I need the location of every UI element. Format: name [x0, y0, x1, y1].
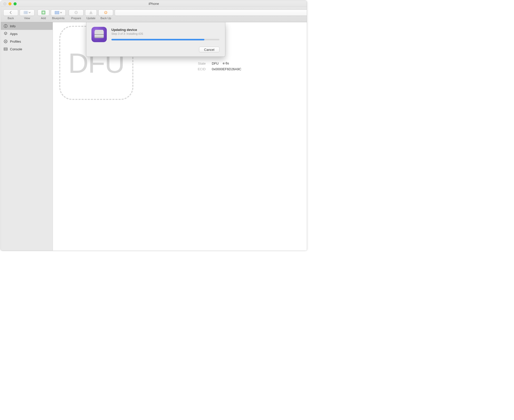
upload-icon [104, 11, 108, 14]
sidebar-item-label: Apps [10, 32, 18, 36]
backup-label: Back Up [100, 17, 111, 20]
sidebar-item-label: Console [10, 47, 22, 51]
gear-icon [74, 10, 78, 15]
update-label: Update [86, 17, 95, 20]
detail-key: ECID [196, 67, 209, 71]
cancel-button[interactable]: Cancel [199, 47, 219, 52]
update-button[interactable] [85, 9, 97, 16]
svg-point-30 [5, 41, 6, 42]
device-details: State DFU ECID 0x0000EF6D26A9C [196, 61, 241, 72]
view-label: View [24, 17, 30, 20]
download-icon [89, 11, 93, 14]
grid-icon [24, 11, 31, 14]
sidebar-item-console[interactable]: Console [1, 45, 53, 53]
app-window: iPhone Back View [1, 1, 307, 251]
sidebar-item-info[interactable]: Info [1, 22, 53, 30]
content-area: DFU e 6s State DFU ECID 0x0000EF6D26A9C [53, 22, 307, 251]
sidebar-item-apps[interactable]: Apps [1, 30, 53, 38]
progress-dialog: Updating device Step 3 of 3: Installing … [86, 22, 225, 57]
minimize-window-button[interactable] [8, 2, 11, 5]
detail-row: ECID 0x0000EF6D26A9C [196, 66, 241, 72]
apps-icon [3, 31, 8, 36]
profiles-icon [3, 39, 8, 44]
zoom-window-button[interactable] [14, 2, 17, 5]
sidebar-item-label: Info [10, 24, 16, 28]
view-button[interactable] [20, 9, 34, 16]
window-title: iPhone [1, 2, 307, 6]
back-button[interactable] [3, 9, 18, 16]
configurator-app-icon [91, 27, 107, 42]
blueprints-label: Blueprints [52, 17, 65, 20]
body: Info Apps Profiles Console [1, 22, 307, 251]
close-window-button[interactable] [3, 2, 6, 5]
traffic-lights [1, 2, 17, 5]
back-label: Back [8, 17, 14, 20]
blueprint-icon [55, 11, 62, 14]
plus-icon [41, 10, 45, 15]
sidebar-item-profiles[interactable]: Profiles [1, 38, 53, 45]
svg-point-12 [76, 12, 77, 13]
svg-point-19 [5, 25, 6, 26]
tag-icon [115, 11, 307, 14]
dialog-subtitle: Step 3 of 3: Installing iOS [111, 32, 219, 35]
svg-rect-0 [24, 11, 28, 14]
add-button[interactable] [38, 9, 49, 16]
prepare-label: Prepare [71, 17, 81, 20]
toolbar: Back View Add [1, 7, 307, 22]
detail-value: 0x0000EF6D26A9C [209, 67, 241, 71]
add-label: Add [41, 17, 46, 20]
dialog-title: Updating device [111, 28, 219, 32]
detail-row: State DFU [196, 61, 241, 66]
detail-key: State [196, 62, 209, 65]
progress-track [111, 39, 219, 40]
svg-rect-6 [55, 11, 59, 14]
detail-value: DFU [209, 62, 219, 65]
prepare-button[interactable] [69, 9, 84, 16]
info-icon [3, 24, 8, 28]
chevron-left-icon [9, 11, 12, 14]
sidebar-item-label: Profiles [10, 40, 21, 43]
sidebar: Info Apps Profiles Console [1, 22, 53, 251]
blueprints-button[interactable] [51, 9, 66, 16]
svg-rect-20 [5, 26, 6, 27]
titlebar: iPhone [1, 1, 307, 7]
tag-button[interactable] [115, 9, 307, 16]
console-icon [3, 47, 8, 51]
progress-bar-fill [111, 39, 204, 40]
backup-button[interactable] [98, 9, 113, 16]
